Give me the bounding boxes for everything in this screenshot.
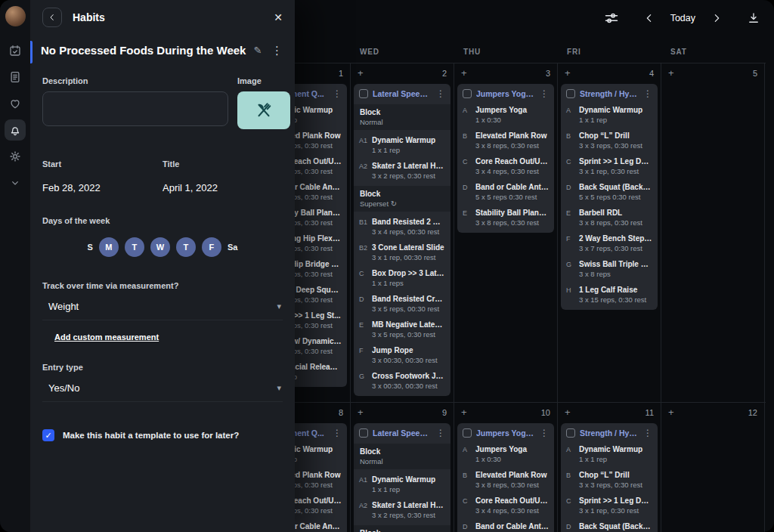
workout-card[interactable]: Strength / Hypertro...⋮ADynamic Warmup1 … <box>561 84 658 310</box>
add-workout-button[interactable]: + <box>668 407 674 417</box>
user-avatar[interactable] <box>5 6 26 26</box>
workout-card-header: Strength / Hypertro...⋮ <box>561 423 658 441</box>
exercise-item[interactable]: CCore Reach Out/Under3 x 4 reps, 0:30 re… <box>457 493 554 518</box>
workout-card[interactable]: Lateral Speed / Plyo⋮BlockNormal A1Dynam… <box>354 423 450 532</box>
exercise-item[interactable]: DBand Resisted Crossover...3 x 5 reps, 0… <box>354 291 450 317</box>
workout-card-header: Jumpers Yoga / Core⋮ <box>457 84 554 102</box>
workout-card[interactable]: Jumpers Yoga / Core⋮AJumpers Yoga1 x 0:3… <box>457 84 554 233</box>
exercise-item[interactable]: BElevated Plank Row3 x 8 reps, 0:30 rest <box>457 128 554 153</box>
exercise-item[interactable]: DBand or Cable Anti Rotati...5 x 5 reps … <box>457 518 554 532</box>
exercise-item[interactable]: GSwiss Ball Triple Threat3 x 8 reps <box>561 256 658 282</box>
exercise-item[interactable]: AJumpers Yoga1 x 0:30 <box>457 441 554 467</box>
add-workout-button[interactable]: + <box>565 68 571 78</box>
exercise-prescription: 1 x 1 rep <box>579 116 652 124</box>
exercise-item[interactable]: DBack Squat (Back Off Set)5 x 5 reps 0:3… <box>561 518 658 532</box>
workout-card[interactable]: Jumpers Yoga / Core⋮AJumpers Yoga1 x 0:3… <box>457 423 554 532</box>
workout-checkbox[interactable] <box>463 89 472 98</box>
exercise-name: Stability Ball Plank Linear ... <box>475 209 549 217</box>
workout-card[interactable]: Lateral Speed / Plyo⋮BlockNormal A1Dynam… <box>354 84 450 396</box>
workout-checkbox[interactable] <box>463 428 472 438</box>
exercise-item[interactable]: A1Dynamic Warmup1 x 1 rep <box>354 472 450 497</box>
exercise-item[interactable]: FJump Rope3 x 00:30, 00:30 rest <box>354 342 450 368</box>
add-custom-measurement-link[interactable]: Add custom measurement <box>54 332 159 342</box>
habit-menu-icon[interactable]: ⋮ <box>271 45 283 56</box>
entry-type-label: Entry type <box>42 363 283 372</box>
workout-card[interactable]: Strength / Hypertro...⋮ADynamic Warmup1 … <box>561 423 658 532</box>
exercise-item[interactable]: H1 Leg Calf Raise3 x 15 reps, 0:30 rest <box>561 282 658 308</box>
exercise-item[interactable]: ADynamic Warmup1 x 1 rep <box>561 102 658 128</box>
back-button[interactable] <box>42 8 62 27</box>
add-workout-button[interactable]: + <box>461 407 467 417</box>
workout-card-header: Jumpers Yoga / Core⋮ <box>457 423 554 441</box>
exercise-item[interactable]: EBarbell RDL3 x 8 reps, 0:30 rest <box>561 205 658 230</box>
nav-calendar[interactable] <box>5 40 26 61</box>
exercise-letter: B <box>463 131 475 140</box>
exercise-item[interactable]: CSprint >> 1 Leg Decelerations3 x 1 rep,… <box>561 153 658 179</box>
add-workout-button[interactable]: + <box>461 68 467 78</box>
workout-menu-icon[interactable]: ⋮ <box>436 428 445 438</box>
exercise-name: Cross Footwork Jump Rope <box>372 372 445 380</box>
workout-checkbox[interactable] <box>566 89 575 98</box>
nav-notifications[interactable] <box>5 119 26 141</box>
day-pill-M[interactable]: M <box>99 237 119 257</box>
workout-checkbox[interactable] <box>359 428 368 438</box>
exercise-item[interactable]: BElevated Plank Row3 x 8 reps, 0:30 rest <box>457 467 554 493</box>
exercise-item[interactable]: CBox Drop >> 3 Lateral H...1 x 1 reps <box>354 265 450 291</box>
exercise-item[interactable]: EStability Ball Plank Linear ...3 x 8 re… <box>457 205 554 230</box>
day-pill-W[interactable]: W <box>150 237 170 257</box>
exercise-item[interactable]: CCore Reach Out/Under3 x 4 reps, 0:30 re… <box>457 153 554 179</box>
nav-documents[interactable] <box>5 66 26 88</box>
cell-header: +5 <box>664 68 761 78</box>
exercise-letter: C <box>566 496 579 505</box>
exercise-item[interactable]: EMB Negative Lateral Hop...3 x 5 reps, 0… <box>354 317 450 342</box>
measurement-select[interactable]: Weight ▾ <box>42 301 283 320</box>
start-date-field[interactable]: Feb 28, 2022 <box>42 182 163 193</box>
close-icon[interactable]: ✕ <box>274 12 283 23</box>
nav-expand[interactable] <box>5 172 26 193</box>
add-workout-button[interactable]: + <box>358 407 364 417</box>
add-workout-button[interactable]: + <box>358 68 364 78</box>
nav-settings[interactable] <box>5 146 26 167</box>
exercise-item[interactable]: GCross Footwork Jump Rope3 x 00:30, 00:3… <box>354 368 450 394</box>
image-tile[interactable] <box>237 91 290 129</box>
exercise-item[interactable]: BChop “L” Drill3 x 3 reps, 0:30 rest <box>561 128 658 153</box>
workout-menu-icon[interactable]: ⋮ <box>643 428 652 438</box>
add-workout-button[interactable]: + <box>668 68 674 78</box>
exercise-item[interactable]: A1Dynamic Warmup1 x 1 rep <box>354 132 450 158</box>
day-pill-T[interactable]: T <box>176 237 196 257</box>
edit-icon[interactable]: ✎ <box>253 45 262 56</box>
day-pill-S[interactable]: S <box>88 243 93 252</box>
workout-menu-icon[interactable]: ⋮ <box>333 89 342 98</box>
day-pill-F[interactable]: F <box>202 237 221 257</box>
exercise-item[interactable]: ADynamic Warmup1 x 1 rep <box>561 441 658 467</box>
day-pill-Sa[interactable]: Sa <box>228 243 237 252</box>
end-date-field[interactable]: April 1, 2022 <box>163 182 283 193</box>
workout-menu-icon[interactable]: ⋮ <box>540 89 549 98</box>
exercise-item[interactable]: CSprint >> 1 Leg Decelerations3 x 1 rep,… <box>561 493 658 518</box>
exercise-item[interactable]: B1Band Resisted 2 Step Late...3 x 4 reps… <box>354 214 450 240</box>
template-row: ✓ Make this habit a template to use for … <box>30 429 295 441</box>
add-workout-button[interactable]: + <box>565 407 571 417</box>
workout-menu-icon[interactable]: ⋮ <box>333 428 342 438</box>
nav-wellness[interactable] <box>5 93 26 114</box>
workout-checkbox[interactable] <box>359 89 368 98</box>
workout-menu-icon[interactable]: ⋮ <box>436 89 445 98</box>
exercise-item[interactable]: A2Skater 3 Lateral Hops >> ...3 x 2 reps… <box>354 497 450 523</box>
exercise-item[interactable]: A2Skater 3 Lateral Hops >> ...3 x 2 reps… <box>354 158 450 184</box>
workout-menu-icon[interactable]: ⋮ <box>540 428 549 438</box>
description-textarea[interactable] <box>42 91 228 126</box>
exercise-item[interactable]: B23 Cone Lateral Slide3 x 1 rep, 00:30 r… <box>354 240 450 265</box>
exercise-item[interactable]: AJumpers Yoga1 x 0:30 <box>457 102 554 128</box>
day-pill-T[interactable]: T <box>125 237 144 257</box>
template-checkbox[interactable]: ✓ <box>42 429 54 441</box>
entry-type-select[interactable]: Yes/No ▾ <box>42 382 283 402</box>
exercise-item[interactable]: F2 Way Bench Step Up3 x 7 reps, 0:30 res… <box>561 230 658 256</box>
exercise-item[interactable]: DBack Squat (Back Off Set)5 x 5 reps 0:3… <box>561 179 658 205</box>
block-header: BlockSuperset ↻ <box>354 525 450 532</box>
workout-checkbox[interactable] <box>566 428 575 438</box>
exercise-name: Back Squat (Back Off Set) <box>579 522 652 530</box>
exercise-item[interactable]: DBand or Cable Anti Rotati...5 x 5 reps … <box>457 179 554 205</box>
exercise-prescription: 3 x 1 rep, 0:30 rest <box>579 167 652 175</box>
workout-menu-icon[interactable]: ⋮ <box>643 89 652 98</box>
exercise-item[interactable]: BChop “L” Drill3 x 3 reps, 0:30 rest <box>561 467 658 493</box>
